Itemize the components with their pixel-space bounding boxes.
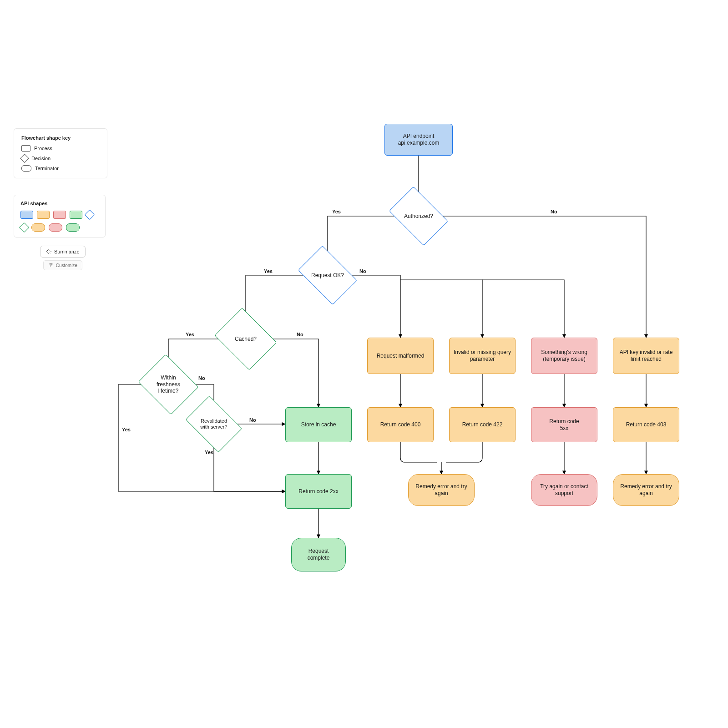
swatch-green-decision[interactable] (19, 222, 30, 233)
diagram-canvas[interactable]: Yes No Yes No Yes No No Yes No Yes API e… (0, 0, 728, 728)
swatch-red-terminator[interactable] (49, 223, 62, 232)
node-return-2xx[interactable]: Return code 2xx (285, 474, 352, 509)
node-remedy-1[interactable]: Remedy error and try again (408, 474, 475, 506)
decision-shape-icon (20, 154, 29, 163)
node-authorized[interactable]: Authorized? (394, 199, 443, 233)
node-request-complete[interactable]: Request complete (291, 538, 346, 571)
palette-panel: API shapes (14, 195, 106, 238)
swatch-orange-process[interactable] (37, 211, 50, 219)
terminator-shape-icon (21, 165, 31, 172)
legend-terminator: Terminator (21, 165, 100, 172)
swatch-orange-terminator[interactable] (31, 223, 45, 232)
sliders-icon (48, 263, 54, 268)
node-try-support[interactable]: Try again or contact support (531, 474, 597, 506)
summarize-button[interactable]: Summarize (40, 246, 86, 258)
node-cached[interactable]: Cached? (221, 319, 270, 359)
legend-terminator-label: Terminator (35, 166, 59, 171)
swatch-green-terminator[interactable] (66, 223, 80, 232)
label-cached-yes: Yes (186, 332, 194, 337)
label-reval-yes: Yes (205, 450, 213, 455)
sparkle-icon (46, 249, 51, 254)
swatch-green-process[interactable] (70, 211, 82, 219)
node-remedy-2[interactable]: Remedy error and try again (613, 474, 679, 506)
swatch-blue-process[interactable] (20, 211, 33, 219)
node-fresh[interactable]: Within freshness lifetime? (145, 365, 192, 404)
node-api-key-invalid[interactable]: API key invalid or rate limit reached (613, 338, 679, 374)
node-start[interactable]: API endpoint api.example.com (384, 124, 453, 156)
node-something-wrong[interactable]: Something's wrong (temporary issue) (531, 338, 597, 374)
label-fresh-no: No (198, 375, 205, 381)
node-code-5xx[interactable]: Return code 5xx (531, 407, 597, 442)
label-fresh-yes: Yes (122, 427, 131, 432)
swatch-blue-decision[interactable] (85, 210, 95, 220)
legend-process-label: Process (34, 146, 52, 151)
label-requestok-yes: Yes (264, 268, 273, 274)
customize-label: Customize (56, 263, 77, 268)
customize-button[interactable]: Customize (43, 260, 82, 270)
node-code-400[interactable]: Return code 400 (367, 407, 434, 442)
label-reval-no: No (249, 417, 256, 423)
node-code-422[interactable]: Return code 422 (449, 407, 516, 442)
label-authorized-no: No (551, 209, 557, 214)
legend-decision: Decision (21, 155, 100, 162)
label-cached-no: No (297, 332, 303, 337)
legend-decision-label: Decision (31, 156, 51, 161)
node-request-ok[interactable]: Request OK? (303, 258, 352, 293)
swatch-red-process[interactable] (53, 211, 66, 219)
process-shape-icon (21, 145, 30, 152)
node-request-malformed[interactable]: Request malformed (367, 338, 434, 374)
svg-point-1 (51, 264, 52, 265)
svg-point-2 (50, 266, 51, 267)
node-code-403[interactable]: Return code 403 (613, 407, 679, 442)
node-invalid-param[interactable]: Invalid or missing query parameter (449, 338, 516, 374)
palette-title: API shapes (20, 201, 99, 206)
node-store-cache[interactable]: Store in cache (285, 407, 352, 442)
label-requestok-no: No (359, 268, 366, 274)
ai-actions: Summarize Customize (40, 246, 86, 270)
label-authorized-yes: Yes (332, 209, 341, 214)
legend-title: Flowchart shape key (21, 135, 100, 141)
svg-point-0 (50, 263, 51, 264)
node-revalidated[interactable]: Revalidated with server? (191, 407, 237, 441)
legend-process: Process (21, 145, 100, 152)
legend-panel: Flowchart shape key Process Decision Ter… (14, 128, 107, 178)
summarize-label: Summarize (54, 249, 80, 254)
